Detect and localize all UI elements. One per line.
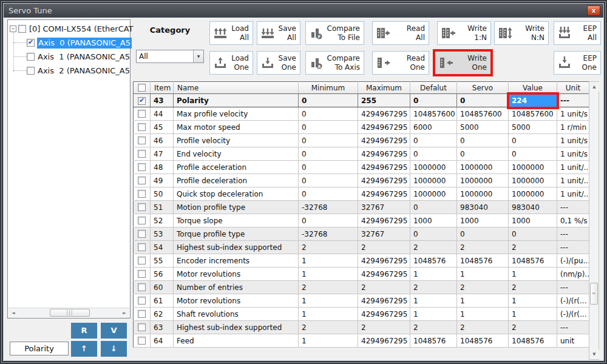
row-checkbox-cell[interactable] [134,321,151,334]
write-nn-button[interactable]: Write N:N [494,21,549,45]
row-checkbox [138,323,146,331]
row-checkbox-cell[interactable] [134,121,151,134]
row-checkbox-cell[interactable] [134,94,151,107]
scroll-left-icon[interactable]: ◄ [8,308,18,318]
parameter-grid: ItemNameMinimumMaximumDefalutServoValueU… [133,81,589,348]
eep-all-button[interactable]: EEP All [554,21,601,45]
tree-node-axis-2[interactable]: Axis 2 (PANASONIC_A5 [27,65,130,76]
eep-one-button[interactable]: EEP One [554,51,601,75]
row-checkbox-cell[interactable] [134,214,151,228]
cell-value[interactable]: 2 [509,241,557,254]
axis-checkbox[interactable] [27,67,35,75]
r-button[interactable]: R [71,323,97,339]
cell-value[interactable]: 1048576 [509,254,557,268]
category-dropdown[interactable]: All ▼ [136,50,204,63]
row-checkbox-cell[interactable] [134,294,151,308]
write-1n-button[interactable]: Write 1:N [437,21,491,45]
down-button[interactable]: ↓ [101,341,127,357]
cell-defalut: 6000 [410,121,457,134]
row-checkbox-cell[interactable] [134,228,151,241]
cell-minimum: 2 [299,321,358,334]
chevron-down-icon[interactable]: ▼ [193,50,203,62]
button-label: Write 1:N [458,24,490,42]
save-one-button[interactable]: Save One [257,51,300,75]
select-all-header[interactable] [134,82,151,94]
cell-value[interactable]: 2 [509,321,557,334]
scroll-right-icon[interactable]: ► [120,308,129,318]
row-checkbox-cell[interactable] [134,268,151,281]
cell-unit: (nm/p)... [557,268,589,281]
row-checkbox-cell[interactable] [134,308,151,321]
column-header-minimum[interactable]: Minimum [299,82,358,94]
column-header-value[interactable]: Value [509,82,557,94]
scrollbar-thumb[interactable]: ||| [50,309,90,317]
row-checkbox-cell[interactable] [134,187,151,201]
row-checkbox-cell[interactable] [134,134,151,147]
scroll-up-icon[interactable]: ▲ [589,82,599,92]
controller-checkbox[interactable] [18,25,26,33]
row-checkbox [138,243,146,251]
read-all-button[interactable]: Read All [372,21,429,45]
cell-value[interactable]: 224 [509,94,557,107]
row-checkbox-cell[interactable] [134,174,151,187]
row-checkbox-cell[interactable] [134,281,151,294]
row-checkbox [138,257,146,265]
write-one-button[interactable]: Write One [435,51,491,75]
row-checkbox-cell[interactable] [134,161,151,174]
tree-node-axis-1[interactable]: Axis 1 (PANASONIC_A5 [27,51,130,62]
row-checkbox-cell[interactable] [134,107,151,121]
column-header-defalut[interactable]: Defalut [410,82,457,94]
save-all-button[interactable]: Save All [257,21,300,45]
v-button[interactable]: V [101,323,127,339]
row-checkbox-cell[interactable] [134,201,151,214]
cell-value[interactable]: 0 [509,134,557,147]
load-all-button[interactable]: Load All [209,21,253,45]
cell-minimum: 1 [299,294,358,308]
cell-value[interactable]: 0 [509,228,557,241]
axis-checkbox[interactable] [27,53,35,61]
close-icon[interactable]: x [587,5,600,16]
column-header-unit[interactable]: Unit [557,82,589,94]
titlebar[interactable]: Servo Tune x [4,4,603,18]
row-checkbox-cell[interactable] [134,241,151,254]
column-header-name[interactable]: Name [174,82,299,94]
tree-node-axis-0[interactable]: Axis 0 (PANASONIC_A5 [27,37,132,49]
read-one-button[interactable]: Read One [372,51,429,75]
cell-item: 51 [151,201,174,214]
tree-horizontal-scrollbar[interactable]: ◄ ||| ► [8,308,129,317]
load-one-button[interactable]: Load One [209,51,253,75]
cell-value[interactable]: 1000 [509,214,557,228]
parameter-name-field[interactable]: Polarity [10,342,69,356]
cell-value[interactable]: 1 [509,294,557,308]
table-row: 46 Profile velocity 0 4294967295 0 0 0 1… [134,134,589,147]
scrollbar-thumb[interactable]: ≡ [590,283,598,305]
row-checkbox [138,163,146,171]
row-checkbox-cell[interactable] [134,254,151,268]
compare-to-file-button[interactable]: F Compare To File [305,21,364,45]
row-checkbox-cell[interactable] [134,334,151,348]
compare-to-axis-button[interactable]: A Compare To Axis [305,51,364,75]
cell-value[interactable]: 1000000 [509,187,557,201]
grid-vertical-scrollbar[interactable]: ▲ ≡ ▼ [589,81,599,360]
cell-value[interactable]: 2 [509,281,557,294]
cell-value[interactable]: 1 [509,308,557,321]
column-header-servo[interactable]: Servo [457,82,509,94]
row-checkbox-cell[interactable] [134,147,151,161]
collapse-icon[interactable]: – [10,25,16,32]
cell-item: 48 [151,161,174,174]
cell-value[interactable]: 5000 [509,121,557,134]
cell-value[interactable]: 983040 [509,201,557,214]
axis-checkbox[interactable] [27,39,35,47]
cell-value[interactable]: 1048576 [509,334,557,348]
up-button[interactable]: ↑ [71,341,97,357]
column-header-item[interactable]: Item [151,82,174,94]
cell-value[interactable]: 104857600 [509,107,557,121]
cell-value[interactable]: 1000000 [509,174,557,187]
column-header-maximum[interactable]: Maximum [358,82,410,94]
cell-defalut: 1000000 [410,161,457,174]
cell-value[interactable]: 1000000 [509,161,557,174]
scroll-down-icon[interactable]: ▼ [589,349,599,359]
cell-value[interactable]: 1 [509,268,557,281]
cell-value[interactable]: 0 [509,147,557,161]
tree-node-controller[interactable]: – [0] COMI-LX554 (EtherCAT [10,23,134,35]
